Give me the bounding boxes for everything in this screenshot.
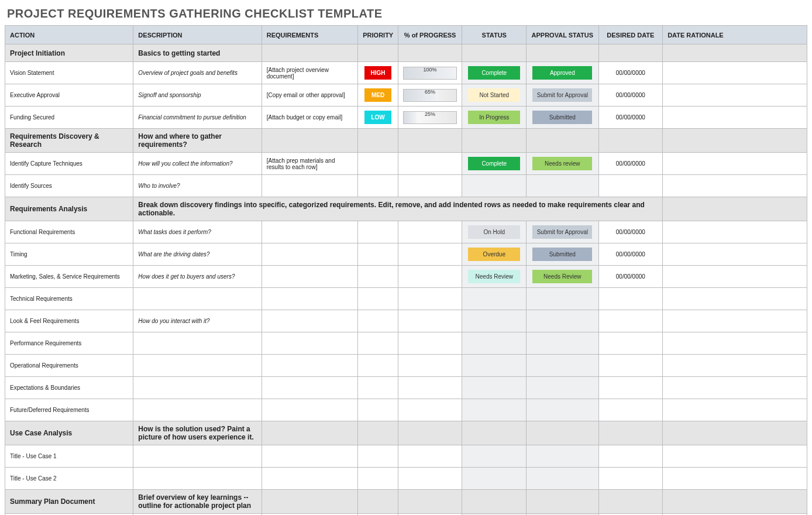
cell-description[interactable]: How will you collect the information? bbox=[133, 153, 262, 175]
cell-status[interactable]: Overdue bbox=[462, 243, 527, 266]
cell-date-rationale[interactable] bbox=[663, 107, 807, 129]
cell-description[interactable] bbox=[133, 468, 262, 490]
cell-approval[interactable]: Needs review bbox=[527, 153, 598, 175]
cell-requirements[interactable]: [Copy email or other approval] bbox=[262, 84, 358, 107]
cell-desired-date[interactable] bbox=[598, 445, 663, 468]
cell-status[interactable] bbox=[462, 288, 527, 310]
cell-approval[interactable] bbox=[527, 310, 598, 332]
cell-desired-date[interactable] bbox=[598, 332, 663, 355]
cell-desired-date[interactable] bbox=[598, 399, 663, 421]
cell-progress[interactable] bbox=[398, 377, 462, 399]
cell-description[interactable]: What are the driving dates? bbox=[133, 243, 262, 266]
cell-priority[interactable] bbox=[358, 445, 398, 468]
cell-date-rationale[interactable] bbox=[663, 377, 807, 399]
cell-desired-date[interactable] bbox=[598, 355, 663, 377]
cell-action[interactable]: Identify Sources bbox=[5, 175, 133, 197]
cell-action[interactable]: Technical Requirements bbox=[5, 288, 133, 310]
cell-desired-date[interactable] bbox=[598, 175, 663, 197]
cell-desired-date[interactable]: 00/00/0000 bbox=[598, 221, 663, 243]
cell-action[interactable]: Performance Requirements bbox=[5, 332, 133, 355]
cell-status[interactable]: Complete bbox=[462, 62, 527, 84]
cell-status[interactable] bbox=[462, 377, 527, 399]
cell-approval[interactable] bbox=[527, 332, 598, 355]
cell-date-rationale[interactable] bbox=[663, 399, 807, 421]
cell-description[interactable]: Who to involve? bbox=[133, 175, 262, 197]
cell-priority[interactable] bbox=[358, 310, 398, 332]
cell-description[interactable]: How do you interact with it? bbox=[133, 310, 262, 332]
cell-action[interactable]: Vision Statement bbox=[5, 62, 133, 84]
cell-action[interactable]: Operational Requirements bbox=[5, 355, 133, 377]
cell-approval[interactable] bbox=[527, 399, 598, 421]
cell-desired-date[interactable]: 00/00/0000 bbox=[598, 266, 663, 288]
cell-progress[interactable]: 25% bbox=[398, 107, 462, 129]
cell-description[interactable] bbox=[133, 377, 262, 399]
cell-description[interactable] bbox=[133, 355, 262, 377]
cell-progress[interactable] bbox=[398, 355, 462, 377]
cell-desired-date[interactable] bbox=[598, 468, 663, 490]
cell-priority[interactable] bbox=[358, 153, 398, 175]
cell-desired-date[interactable] bbox=[598, 288, 663, 310]
cell-date-rationale[interactable] bbox=[663, 332, 807, 355]
cell-desired-date[interactable]: 00/00/0000 bbox=[598, 84, 663, 107]
cell-requirements[interactable] bbox=[262, 266, 358, 288]
cell-date-rationale[interactable] bbox=[663, 310, 807, 332]
cell-progress[interactable] bbox=[398, 266, 462, 288]
cell-progress[interactable]: 65% bbox=[398, 84, 462, 107]
cell-action[interactable]: Look & Feel Requirements bbox=[5, 310, 133, 332]
cell-priority[interactable] bbox=[358, 468, 398, 490]
cell-action[interactable]: Expectations & Boundaries bbox=[5, 377, 133, 399]
cell-priority[interactable]: LOW bbox=[358, 107, 398, 129]
cell-progress[interactable] bbox=[398, 310, 462, 332]
cell-approval[interactable]: Submitted bbox=[527, 243, 598, 266]
cell-requirements[interactable] bbox=[262, 332, 358, 355]
cell-requirements[interactable] bbox=[262, 355, 358, 377]
cell-description[interactable]: How does it get to buyers and users? bbox=[133, 266, 262, 288]
cell-action[interactable]: Marketing, Sales, & Service Requirements bbox=[5, 266, 133, 288]
cell-description[interactable] bbox=[133, 288, 262, 310]
cell-approval[interactable] bbox=[527, 445, 598, 468]
cell-requirements[interactable] bbox=[262, 221, 358, 243]
cell-status[interactable] bbox=[462, 175, 527, 197]
cell-progress[interactable] bbox=[398, 399, 462, 421]
cell-status[interactable]: Needs Review bbox=[462, 266, 527, 288]
cell-action[interactable]: Title - Use Case 1 bbox=[5, 445, 133, 468]
cell-action[interactable]: Funding Secured bbox=[5, 107, 133, 129]
cell-priority[interactable] bbox=[358, 377, 398, 399]
cell-progress[interactable] bbox=[398, 332, 462, 355]
cell-date-rationale[interactable] bbox=[663, 266, 807, 288]
cell-approval[interactable] bbox=[527, 468, 598, 490]
cell-status[interactable]: In Progress bbox=[462, 107, 527, 129]
cell-approval[interactable]: Submit for Approval bbox=[527, 221, 598, 243]
cell-progress[interactable] bbox=[398, 468, 462, 490]
cell-status[interactable] bbox=[462, 468, 527, 490]
cell-action[interactable]: Functional Requirements bbox=[5, 221, 133, 243]
cell-description[interactable] bbox=[133, 399, 262, 421]
cell-date-rationale[interactable] bbox=[663, 243, 807, 266]
cell-status[interactable] bbox=[462, 445, 527, 468]
cell-desired-date[interactable]: 00/00/0000 bbox=[598, 243, 663, 266]
cell-requirements[interactable] bbox=[262, 310, 358, 332]
cell-requirements[interactable] bbox=[262, 445, 358, 468]
cell-priority[interactable] bbox=[358, 175, 398, 197]
cell-priority[interactable] bbox=[358, 355, 398, 377]
cell-description[interactable]: What tasks does it perform? bbox=[133, 221, 262, 243]
cell-approval[interactable] bbox=[527, 175, 598, 197]
cell-requirements[interactable] bbox=[262, 399, 358, 421]
cell-progress[interactable] bbox=[398, 175, 462, 197]
cell-priority[interactable] bbox=[358, 332, 398, 355]
cell-progress[interactable] bbox=[398, 153, 462, 175]
cell-progress[interactable] bbox=[398, 288, 462, 310]
cell-approval[interactable]: Submit for Approval bbox=[527, 84, 598, 107]
cell-approval[interactable]: Submitted bbox=[527, 107, 598, 129]
cell-requirements[interactable]: [Attach budget or copy email] bbox=[262, 107, 358, 129]
cell-status[interactable]: Not Started bbox=[462, 84, 527, 107]
cell-requirements[interactable] bbox=[262, 243, 358, 266]
cell-approval[interactable]: Needs Review bbox=[527, 266, 598, 288]
cell-date-rationale[interactable] bbox=[663, 355, 807, 377]
cell-date-rationale[interactable] bbox=[663, 468, 807, 490]
cell-progress[interactable]: 100% bbox=[398, 62, 462, 84]
cell-status[interactable]: Complete bbox=[462, 153, 527, 175]
cell-description[interactable] bbox=[133, 445, 262, 468]
cell-requirements[interactable]: [Attach prep materials and results to ea… bbox=[262, 153, 358, 175]
cell-priority[interactable]: MED bbox=[358, 84, 398, 107]
